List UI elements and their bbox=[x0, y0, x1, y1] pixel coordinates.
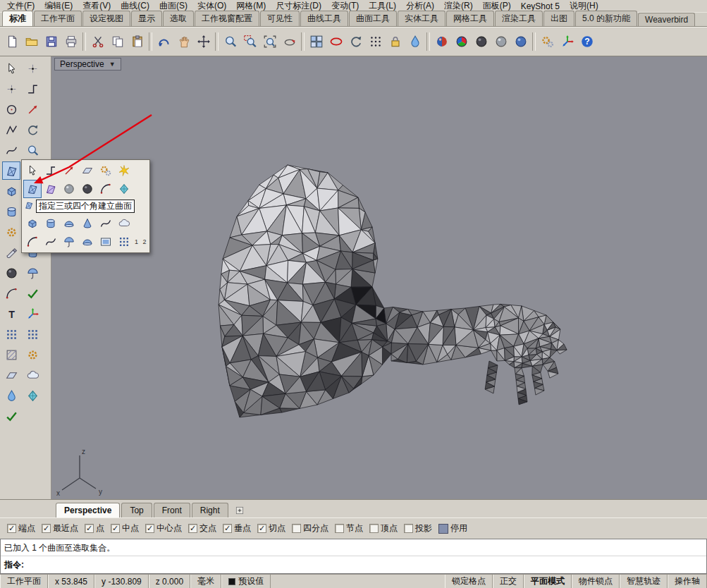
point-tool-2-icon[interactable] bbox=[23, 59, 42, 78]
rendered-mode-icon[interactable] bbox=[511, 32, 530, 51]
palette-settings-icon[interactable] bbox=[97, 161, 115, 180]
osnap-checkbox-8[interactable] bbox=[292, 524, 301, 533]
palette-sphere-dark-icon[interactable] bbox=[78, 180, 97, 198]
zoom-dynamic-icon[interactable] bbox=[221, 32, 240, 51]
gumball-icon[interactable] bbox=[558, 32, 577, 51]
rotate-view-icon[interactable] bbox=[280, 32, 299, 51]
analyze-tool-icon[interactable] bbox=[23, 284, 42, 302]
viewport-tab-top[interactable]: Top bbox=[121, 503, 152, 517]
toolbar-tab-3[interactable]: 显示 bbox=[131, 11, 162, 26]
cloud-tool-icon[interactable] bbox=[23, 366, 42, 384]
toolbar-tab-1[interactable]: 工作平面 bbox=[34, 11, 82, 26]
sphere-tool-icon[interactable] bbox=[2, 264, 20, 282]
options-icon[interactable] bbox=[538, 32, 557, 51]
osnap-checkbox-0[interactable]: ✓ bbox=[7, 524, 16, 533]
osnap-option-10[interactable]: 顶点 bbox=[369, 522, 398, 534]
select-tool-icon[interactable] bbox=[2, 59, 20, 78]
osnap-checkbox-7[interactable]: ✓ bbox=[257, 524, 266, 533]
osnap-checkbox-11[interactable] bbox=[404, 524, 413, 533]
command-prompt[interactable]: 指令: bbox=[1, 556, 706, 573]
gumball-tool-icon[interactable] bbox=[23, 305, 42, 323]
options-tool-icon[interactable] bbox=[23, 345, 42, 364]
grid-tool-icon[interactable] bbox=[23, 325, 42, 343]
osnap-option-7[interactable]: ✓切点 bbox=[257, 522, 285, 534]
osnap-checkbox-5[interactable]: ✓ bbox=[188, 524, 197, 533]
osnap-checkbox-2[interactable]: ✓ bbox=[85, 524, 94, 533]
osnap-checkbox-4[interactable]: ✓ bbox=[145, 524, 154, 533]
move-view-icon[interactable] bbox=[194, 32, 213, 51]
toolbar-tab-0[interactable]: 标准 bbox=[2, 11, 33, 26]
hatch-tool-icon[interactable] bbox=[2, 345, 20, 364]
osnap-checkbox-3[interactable]: ✓ bbox=[111, 524, 120, 533]
ghosted-mode-icon[interactable] bbox=[491, 32, 510, 51]
osnap-checkbox-9[interactable] bbox=[335, 524, 344, 533]
render-settings-icon[interactable] bbox=[452, 32, 471, 51]
curve-tool-icon[interactable] bbox=[2, 141, 20, 159]
zoom-tool-icon[interactable] bbox=[23, 141, 42, 159]
text-tool-icon[interactable]: T bbox=[2, 305, 20, 323]
toolbar-tab-14[interactable]: Weaverbird bbox=[638, 13, 695, 26]
patch-tool-icon[interactable] bbox=[23, 264, 42, 282]
palette-cylinder-icon[interactable] bbox=[42, 214, 60, 233]
circle-tool-icon[interactable] bbox=[2, 100, 20, 118]
palette-sphere-icon[interactable] bbox=[60, 180, 78, 198]
check-tool-icon[interactable] bbox=[2, 407, 20, 425]
palette-gem-icon[interactable] bbox=[115, 180, 133, 198]
help-icon[interactable]: ? bbox=[577, 32, 596, 51]
palette-curve-icon[interactable] bbox=[97, 214, 115, 233]
chevron-down-icon[interactable]: ▼ bbox=[109, 61, 116, 68]
arc-tool-icon[interactable] bbox=[2, 284, 20, 302]
osnap-option-6[interactable]: ✓垂点 bbox=[223, 522, 251, 534]
toolbar-tab-4[interactable]: 选取 bbox=[163, 11, 194, 26]
status-toggle-3[interactable]: 物件锁点 bbox=[572, 575, 620, 588]
palette-arc-2-icon[interactable] bbox=[23, 233, 42, 251]
palette-plane-icon[interactable] bbox=[78, 161, 97, 180]
rotate-object-icon[interactable] bbox=[346, 32, 365, 51]
save-file-icon[interactable] bbox=[42, 32, 61, 51]
toolbar-tab-6[interactable]: 可见性 bbox=[260, 11, 300, 26]
undo-icon[interactable] bbox=[154, 32, 173, 51]
open-file-icon[interactable] bbox=[22, 32, 41, 51]
point-cloud-icon[interactable] bbox=[366, 32, 385, 51]
palette-dome-icon[interactable] bbox=[60, 214, 78, 233]
toolbar-tab-10[interactable]: 网格工具 bbox=[446, 11, 494, 26]
osnap-option-9[interactable]: 节点 bbox=[335, 522, 363, 534]
toolbar-tab-8[interactable]: 曲面工具 bbox=[349, 11, 397, 26]
osnap-option-2[interactable]: ✓点 bbox=[85, 522, 104, 534]
viewport-tab-perspective[interactable]: Perspective bbox=[56, 503, 120, 517]
toolbar-tab-9[interactable]: 实体工具 bbox=[398, 11, 445, 26]
status-toggle-5[interactable]: 操作轴 bbox=[668, 575, 707, 588]
shaded-mode-icon[interactable] bbox=[472, 32, 491, 51]
osnap-option-0[interactable]: ✓端点 bbox=[7, 522, 35, 534]
plane-tool-icon[interactable] bbox=[2, 366, 20, 384]
viewport-tab-front[interactable]: Front bbox=[154, 503, 190, 517]
osnap-option-4[interactable]: ✓中心点 bbox=[145, 522, 182, 534]
palette-picture-frame-icon[interactable] bbox=[97, 233, 115, 251]
point-tool-icon[interactable] bbox=[2, 80, 20, 98]
status-toggle-0[interactable]: 锁定格点 bbox=[445, 575, 493, 588]
palette-point-grid-icon[interactable] bbox=[115, 233, 133, 251]
zoom-extents-icon[interactable] bbox=[260, 32, 279, 51]
paste-icon[interactable] bbox=[128, 32, 147, 51]
viewport-layout-icon[interactable] bbox=[307, 32, 326, 51]
palette-select-icon[interactable] bbox=[23, 161, 42, 180]
osnap-option-5[interactable]: ✓交点 bbox=[188, 522, 216, 534]
surface-from-edges-icon[interactable] bbox=[42, 180, 60, 198]
viewport-title[interactable]: Perspective ▼ bbox=[54, 58, 121, 71]
palette-arc-icon[interactable] bbox=[97, 180, 115, 198]
add-viewport-tab-button[interactable] bbox=[233, 503, 247, 517]
settings-tool-icon[interactable] bbox=[2, 223, 20, 241]
zoom-window-icon[interactable] bbox=[240, 32, 259, 51]
toolbar-tab-11[interactable]: 渲染工具 bbox=[495, 11, 543, 26]
move-tool-icon[interactable] bbox=[23, 100, 42, 118]
palette-cloud-icon[interactable] bbox=[115, 214, 133, 233]
box-tool-icon[interactable] bbox=[2, 182, 20, 200]
palette-explode-icon[interactable] bbox=[115, 161, 133, 180]
rotate-tool-icon[interactable] bbox=[23, 121, 42, 139]
palette-corner-lines-icon[interactable] bbox=[42, 161, 60, 180]
palette-box-icon[interactable] bbox=[23, 214, 42, 233]
viewport-canvas[interactable]: Perspective ▼ z x y bbox=[51, 56, 707, 499]
print-icon[interactable] bbox=[61, 32, 80, 51]
palette-freeform-icon[interactable] bbox=[42, 233, 60, 251]
status-toggle-1[interactable]: 正交 bbox=[493, 575, 524, 588]
